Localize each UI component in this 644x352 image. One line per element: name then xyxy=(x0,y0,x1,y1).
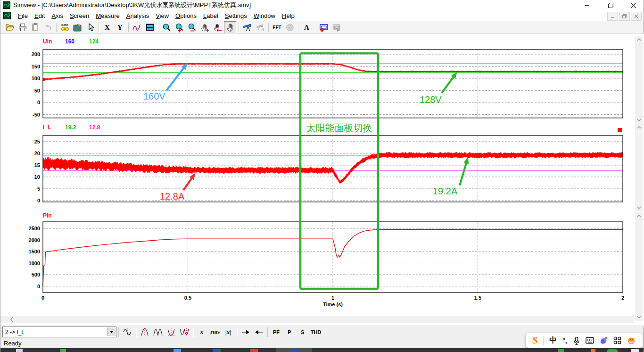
thd-button[interactable]: THD xyxy=(309,327,322,338)
a-label: A xyxy=(304,24,309,32)
soft-keyboard-icon[interactable] xyxy=(586,337,594,344)
windows-taskbar[interactable] xyxy=(0,348,644,352)
copy-clipboard-button[interactable] xyxy=(29,21,41,34)
curve-selector[interactable]: 2 -> I_L xyxy=(2,327,116,337)
menu-settings[interactable]: Settings xyxy=(222,11,250,20)
svg-text:1: 1 xyxy=(331,295,334,301)
title-bar: Simview - [C:\Users\Administrator\Deskto… xyxy=(0,0,644,10)
sogou-logo-icon[interactable]: S xyxy=(532,335,538,346)
taskbar-app-sliver[interactable] xyxy=(16,349,23,352)
horizontal-scrollbar[interactable] xyxy=(0,316,634,323)
menu-options[interactable]: Options xyxy=(172,11,200,20)
next-point-left-button[interactable] xyxy=(252,327,265,338)
rms-button[interactable]: rms xyxy=(208,327,222,338)
restore-button[interactable] xyxy=(601,0,620,10)
undo-button[interactable] xyxy=(41,21,54,34)
svg-text:160: 160 xyxy=(65,38,74,45)
select-button[interactable] xyxy=(84,21,97,34)
s-label: S xyxy=(301,329,304,335)
taskbar-tray-sliver[interactable] xyxy=(591,349,595,352)
peak-icon xyxy=(140,327,150,337)
svg-text:100: 100 xyxy=(32,75,40,81)
toolbar-separator xyxy=(158,23,158,32)
load-data-button[interactable]: DATA xyxy=(58,21,71,34)
pan-zoom-in-button[interactable] xyxy=(198,21,211,34)
zoom-in-button[interactable] xyxy=(173,21,186,34)
scroll-up-icon[interactable] xyxy=(636,37,642,42)
menu-axis[interactable]: Axis xyxy=(48,11,66,20)
pan-zoom-out-button[interactable] xyxy=(211,21,224,34)
menu-help[interactable]: Help xyxy=(279,11,298,20)
minimize-button[interactable] xyxy=(578,0,596,10)
skin-icon[interactable] xyxy=(600,336,608,345)
emoji-icon[interactable] xyxy=(627,336,636,345)
taskbar-tray-sliver[interactable] xyxy=(607,349,618,352)
apparent-power-button[interactable]: S xyxy=(296,327,309,338)
taskbar-app-sliver[interactable] xyxy=(213,349,221,352)
find-next-max-button[interactable] xyxy=(151,327,165,338)
screen-capture-button[interactable] xyxy=(317,21,330,34)
power-factor-button[interactable]: PF xyxy=(270,327,283,338)
menu-label[interactable]: Label xyxy=(200,11,222,20)
scroll-up-icon[interactable] xyxy=(636,214,642,218)
mdi-close-button[interactable] xyxy=(631,12,642,21)
find-min-button[interactable] xyxy=(165,327,178,338)
open-file-button[interactable] xyxy=(3,21,16,34)
pane3-scrollbar[interactable] xyxy=(635,212,643,321)
copy-screen-button[interactable] xyxy=(330,21,343,34)
mdi-minimize-button[interactable] xyxy=(607,12,618,21)
app-icon xyxy=(3,1,10,9)
microphone-icon[interactable] xyxy=(573,336,580,345)
plot-area[interactable]: 200150100500-50Uin160124160V128V25201510… xyxy=(0,34,634,326)
x-axis-button[interactable]: X xyxy=(101,21,114,34)
menu-window[interactable]: Window xyxy=(250,11,279,20)
menu-file[interactable]: File xyxy=(15,11,31,20)
menu-analysis[interactable]: Analysis xyxy=(123,11,152,20)
simulate-button[interactable] xyxy=(71,21,84,34)
menu-view[interactable]: View xyxy=(152,11,172,20)
measure-button[interactable] xyxy=(241,21,254,34)
y-axis-button[interactable]: Y xyxy=(114,21,126,34)
punctuation-icon[interactable]: °, xyxy=(562,337,567,344)
pane1-scrollbar[interactable] xyxy=(635,36,643,124)
text-button[interactable]: A xyxy=(300,21,313,34)
zoom-out-button[interactable] xyxy=(186,21,198,34)
taskbar-app-sliver[interactable] xyxy=(289,349,297,352)
chinese-mode-icon[interactable]: 中 xyxy=(549,335,557,345)
mdi-restore-button[interactable] xyxy=(619,12,630,21)
curves-button[interactable] xyxy=(131,21,143,34)
fft-options-button[interactable] xyxy=(283,21,296,34)
scroll-down-icon[interactable] xyxy=(636,117,642,122)
zoom-button[interactable] xyxy=(160,21,173,34)
scroll-left-icon[interactable] xyxy=(9,316,15,323)
taskbar-app-sliver[interactable] xyxy=(173,349,181,352)
mean-button[interactable]: x̄ xyxy=(195,327,208,338)
toolbox-icon[interactable] xyxy=(613,336,621,344)
measure-label-button[interactable]: A xyxy=(254,21,266,34)
taskbar-tray-sliver[interactable] xyxy=(631,349,639,352)
curve-selector-dropdown[interactable] xyxy=(107,327,116,336)
next-point-right-button[interactable] xyxy=(239,327,252,338)
fft-button[interactable]: FFT xyxy=(271,21,283,34)
taskbar-app-sliver[interactable] xyxy=(250,349,258,352)
pan-button[interactable] xyxy=(224,21,237,34)
taskbar-tray-sliver[interactable] xyxy=(558,349,564,352)
split-screen-button[interactable] xyxy=(143,21,156,34)
measure-waveform-button[interactable] xyxy=(121,327,134,338)
print-button[interactable] xyxy=(16,21,29,34)
abs-mean-button[interactable]: |x̄| xyxy=(222,327,235,338)
scroll-up-icon[interactable] xyxy=(636,125,642,130)
close-button[interactable] xyxy=(624,0,643,10)
menu-edit[interactable]: Edit xyxy=(31,11,48,20)
menu-screen[interactable]: Screen xyxy=(66,11,92,20)
find-next-min-button[interactable] xyxy=(178,327,191,338)
pane2-scrollbar[interactable] xyxy=(635,124,643,211)
real-power-button[interactable]: P xyxy=(283,327,296,338)
scroll-down-icon[interactable] xyxy=(636,205,642,210)
thd-label: THD xyxy=(311,329,322,335)
taskbar-app-sliver[interactable] xyxy=(60,349,66,352)
menu-measure[interactable]: Measure xyxy=(92,11,123,20)
scroll-down-icon[interactable] xyxy=(636,315,642,319)
svg-text:12.8A: 12.8A xyxy=(160,191,185,201)
find-max-button[interactable] xyxy=(138,327,151,338)
